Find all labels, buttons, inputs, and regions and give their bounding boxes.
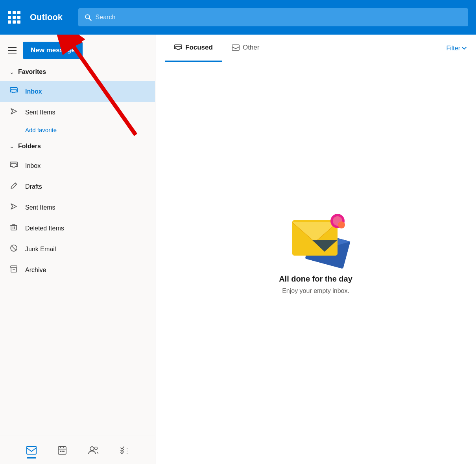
- other-tab-label: Other: [243, 44, 260, 52]
- favorites-chevron-icon: ⌄: [9, 69, 14, 75]
- favorites-section: ⌄ Favorites Inbox: [0, 63, 155, 137]
- folders-label: Folders: [18, 143, 41, 150]
- mail-illustration: [280, 201, 351, 263]
- folders-chevron-icon: ⌄: [9, 143, 14, 149]
- svg-line-1: [89, 18, 91, 20]
- sidebar-item-junk[interactable]: Junk Email: [0, 239, 155, 260]
- app-title: Outlook: [30, 12, 63, 22]
- svg-rect-6: [27, 446, 36, 454]
- folders-section: ⌄ Folders Inbox: [0, 137, 155, 280]
- tab-focused[interactable]: Focused: [165, 35, 222, 62]
- drafts-icon: [9, 182, 18, 191]
- filter-label: Filter: [446, 45, 460, 52]
- svg-rect-2: [11, 225, 17, 230]
- svg-point-12: [94, 447, 97, 449]
- archive-label: Archive: [25, 267, 46, 274]
- content-area: Focused Other Filter: [155, 35, 476, 464]
- junk-icon: [9, 244, 18, 254]
- sent-fav-label: Sent Items: [25, 109, 55, 116]
- bottom-nav-people[interactable]: [88, 446, 98, 455]
- deleted-label: Deleted Items: [25, 225, 64, 232]
- tabs-bar: Focused Other Filter: [155, 35, 476, 62]
- focused-tab-label: Focused: [185, 44, 213, 52]
- sidebar-top: New message: [0, 35, 155, 63]
- filter-button[interactable]: Filter: [446, 45, 467, 52]
- empty-state-subtitle: Enjoy your empty inbox.: [282, 287, 349, 295]
- sent-label: Sent Items: [25, 204, 55, 211]
- sent-icon: [9, 203, 18, 212]
- bottom-nav-calendar[interactable]: [57, 446, 67, 455]
- svg-point-11: [90, 447, 94, 451]
- sidebar-item-archive[interactable]: Archive: [0, 260, 155, 280]
- search-bar[interactable]: [78, 8, 468, 26]
- sidebar: New message ⌄ Favorites Inbox: [0, 35, 155, 464]
- bottom-nav: [0, 436, 155, 464]
- search-icon: [85, 14, 91, 21]
- app-header: Outlook: [0, 0, 476, 35]
- inbox-folder-label: Inbox: [25, 162, 41, 169]
- sidebar-item-inbox[interactable]: Inbox: [0, 155, 155, 176]
- archive-icon: [9, 265, 18, 275]
- filter-chevron-icon: [462, 47, 467, 50]
- new-message-button[interactable]: New message: [23, 42, 83, 59]
- inbox-icon: [9, 87, 18, 96]
- junk-label: Junk Email: [25, 246, 56, 253]
- other-inbox-icon: [232, 44, 240, 51]
- sent-icon-fav: [9, 107, 18, 117]
- svg-rect-10: [63, 451, 65, 452]
- bottom-nav-tasks[interactable]: [119, 446, 129, 455]
- inbox-fav-label: Inbox: [25, 88, 42, 95]
- hamburger-menu-icon[interactable]: [8, 47, 17, 53]
- folders-header[interactable]: ⌄ Folders: [0, 137, 155, 155]
- focused-inbox-icon: [174, 44, 182, 51]
- svg-rect-8: [60, 451, 61, 452]
- sidebar-item-sent-fav[interactable]: Sent Items: [0, 102, 155, 123]
- inbox-folder-icon: [9, 161, 18, 171]
- favorites-header[interactable]: ⌄ Favorites: [0, 63, 155, 81]
- favorites-label: Favorites: [18, 68, 46, 75]
- bottom-nav-mail[interactable]: [26, 446, 37, 455]
- drafts-label: Drafts: [25, 183, 42, 190]
- tab-other[interactable]: Other: [222, 35, 269, 62]
- trash-icon: [9, 223, 18, 233]
- sidebar-item-deleted[interactable]: Deleted Items: [0, 218, 155, 239]
- empty-state-title: All done for the day: [279, 274, 352, 284]
- search-input[interactable]: [96, 14, 462, 21]
- empty-state: All done for the day Enjoy your empty in…: [155, 62, 476, 464]
- svg-point-20: [338, 221, 345, 228]
- app-launcher-icon[interactable]: [8, 11, 20, 24]
- sidebar-item-inbox-fav[interactable]: Inbox: [0, 81, 155, 102]
- sidebar-item-sent[interactable]: Sent Items: [0, 197, 155, 218]
- svg-rect-9: [62, 451, 63, 452]
- add-favorite-link[interactable]: Add favorite: [0, 123, 155, 137]
- svg-rect-7: [58, 447, 66, 454]
- sidebar-item-drafts[interactable]: Drafts: [0, 176, 155, 197]
